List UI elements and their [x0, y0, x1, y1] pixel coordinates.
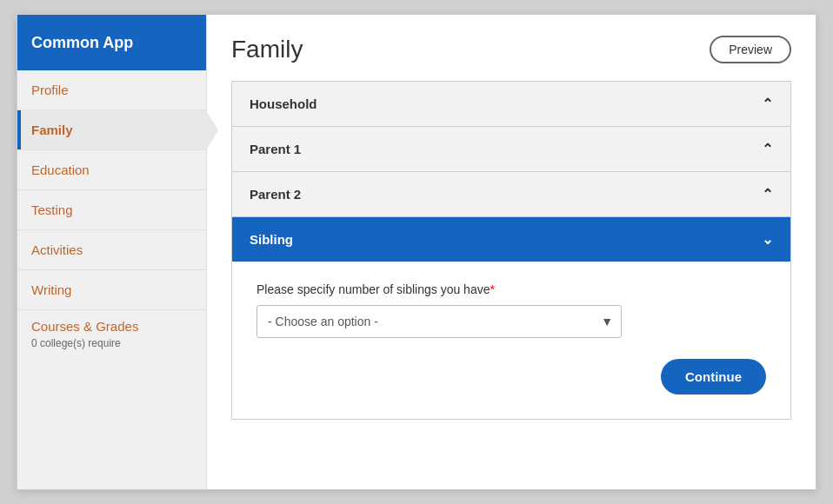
sidebar-item-testing[interactable]: Testing — [17, 190, 206, 230]
page-title: Family — [231, 36, 303, 63]
siblings-select-wrapper: - Choose an option - 0 1 2 3 4 5 6+ ▼ — [257, 305, 622, 338]
chevron-up-icon: ⌃ — [762, 186, 773, 202]
chevron-down-icon: ⌄ — [762, 231, 773, 248]
sidebar-item-label: Writing — [31, 282, 71, 297]
accordion: Household ⌃ Parent 1 ⌃ Parent 2 ⌃ — [231, 81, 791, 420]
sidebar-item-family[interactable]: Family — [17, 110, 206, 150]
sidebar-item-activities[interactable]: Activities — [17, 230, 206, 270]
accordion-item-parent2: Parent 2 ⌃ — [232, 172, 790, 217]
sidebar-item-writing[interactable]: Writing — [17, 270, 206, 310]
sidebar-item-label: Testing — [31, 202, 73, 217]
sidebar-item-courses[interactable]: Courses & Grades — [17, 310, 206, 337]
app-title: Common App — [31, 34, 133, 52]
siblings-dropdown[interactable]: - Choose an option - 0 1 2 3 4 5 6+ — [257, 305, 622, 338]
main-header: Family Preview — [231, 36, 791, 63]
continue-row: Continue — [257, 359, 766, 395]
preview-button[interactable]: Preview — [710, 36, 791, 63]
chevron-up-icon: ⌃ — [762, 96, 773, 112]
continue-button[interactable]: Continue — [661, 359, 766, 395]
sidebar-courses-label: Courses & Grades — [31, 319, 138, 334]
accordion-label-sibling: Sibling — [250, 232, 293, 247]
sidebar-item-education[interactable]: Education — [17, 150, 206, 190]
sidebar-item-profile[interactable]: Profile — [17, 70, 206, 110]
accordion-header-household[interactable]: Household ⌃ — [232, 82, 790, 126]
sidebar-item-label: Activities — [31, 242, 83, 257]
accordion-label-parent1: Parent 1 — [250, 142, 301, 156]
accordion-item-sibling: Sibling ⌄ Please specify number of sibli… — [232, 217, 790, 419]
sidebar: Common App Profile Family Education Test… — [17, 15, 207, 489]
sibling-content: Please specify number of siblings you ha… — [232, 262, 790, 419]
sidebar-item-label: Family — [31, 123, 73, 137]
required-star: * — [490, 282, 494, 296]
chevron-up-icon: ⌃ — [762, 141, 773, 157]
accordion-item-household: Household ⌃ — [232, 82, 790, 127]
accordion-label-parent2: Parent 2 — [250, 187, 301, 202]
sidebar-item-label: Education — [31, 162, 90, 177]
sidebar-header: Common App — [17, 15, 206, 70]
app-container: Common App Profile Family Education Test… — [17, 14, 816, 490]
sidebar-item-label: Profile — [31, 83, 69, 97]
accordion-label-household: Household — [250, 96, 317, 111]
accordion-header-parent1[interactable]: Parent 1 ⌃ — [232, 127, 790, 171]
main-content: Family Preview Household ⌃ Parent 1 ⌃ — [207, 15, 816, 489]
accordion-header-parent2[interactable]: Parent 2 ⌃ — [232, 172, 790, 216]
active-indicator — [17, 110, 21, 149]
accordion-header-sibling[interactable]: Sibling ⌄ — [232, 217, 790, 262]
siblings-field-label: Please specify number of siblings you ha… — [257, 282, 766, 296]
sidebar-courses-sub: 0 college(s) require — [17, 337, 206, 358]
accordion-item-parent1: Parent 1 ⌃ — [232, 127, 790, 172]
